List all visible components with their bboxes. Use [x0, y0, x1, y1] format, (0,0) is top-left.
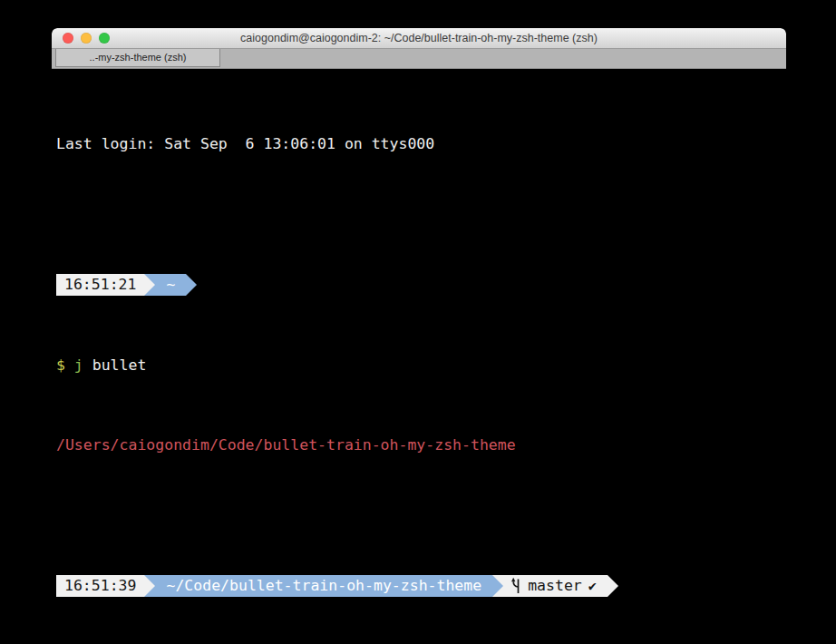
tab-bar: ..-my-zsh-theme (zsh): [52, 49, 786, 69]
powerline-arrow-icon: [186, 274, 197, 296]
command-text: j: [65, 356, 83, 374]
powerline-arrow-icon: [608, 575, 618, 597]
minimize-button[interactable]: [81, 33, 92, 44]
prompt-git-segment: master ✔: [503, 575, 608, 597]
zoom-button[interactable]: [99, 33, 110, 44]
command-args: bullet: [83, 356, 147, 374]
terminal-screen[interactable]: Last login: Sat Sep 6 13:06:01 on ttys00…: [52, 69, 786, 644]
command-line-1: $ j bullet: [56, 356, 786, 376]
last-login-line: Last login: Sat Sep 6 13:06:01 on ttys00…: [56, 134, 786, 154]
prompt-path-segment: ~/Code/bullet-train-oh-my-zsh-theme: [155, 575, 492, 597]
git-branch-name: master: [528, 575, 582, 597]
powerline-arrow-icon: [492, 575, 503, 597]
git-clean-check-icon: ✔: [588, 575, 597, 597]
close-button[interactable]: [63, 33, 73, 44]
window-title: caiogondim@caiogondim-2: ~/Code/bullet-t…: [52, 28, 786, 48]
terminal-window: caiogondim@caiogondim-2: ~/Code/bullet-t…: [52, 28, 786, 644]
blank-line: [56, 194, 786, 214]
tab-active[interactable]: ..-my-zsh-theme (zsh): [55, 49, 220, 67]
powerline-arrow-icon: [144, 274, 155, 296]
window-titlebar[interactable]: caiogondim@caiogondim-2: ~/Code/bullet-t…: [52, 28, 786, 49]
powerline-arrow-icon: [144, 575, 155, 597]
command-output-path: /Users/caiogondim/Code/bullet-train-oh-m…: [56, 435, 786, 455]
prompt-time-segment: 16:51:39: [56, 575, 144, 597]
git-branch-icon: [510, 577, 521, 595]
prompt-line-2: 16:51:39 ~/Code/bullet-train-oh-my-zsh-t…: [56, 575, 786, 597]
traffic-lights: [63, 33, 110, 44]
prompt-line-1: 16:51:21 ~: [56, 274, 786, 296]
prompt-dollar: $: [56, 356, 65, 374]
prompt-time-segment: 16:51:21: [56, 274, 144, 296]
prompt-path-segment: ~: [155, 274, 186, 296]
blank-line: [56, 495, 786, 515]
